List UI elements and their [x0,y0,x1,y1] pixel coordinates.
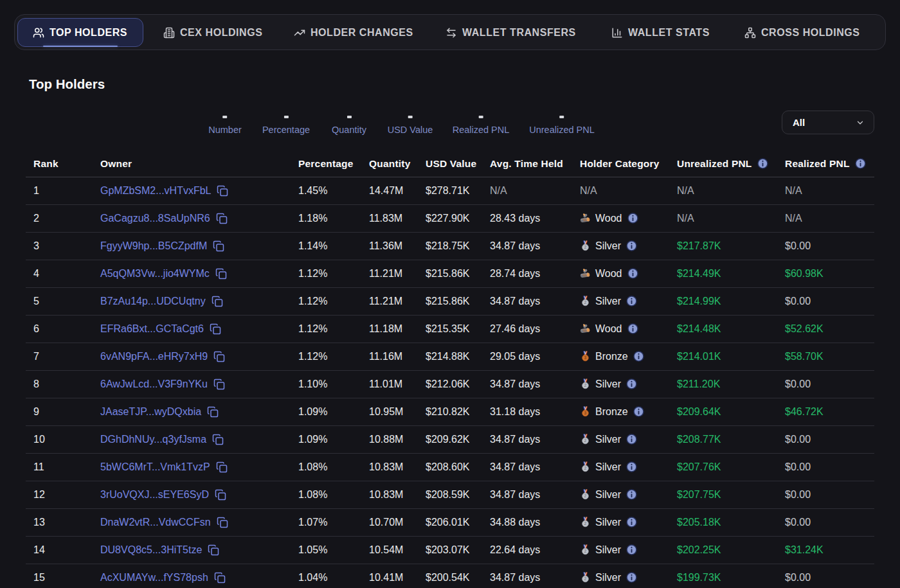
svg-text:2: 2 [584,576,587,581]
svg-text:2: 2 [584,383,587,388]
svg-text:2: 2 [584,300,587,305]
svg-text:2: 2 [584,245,587,249]
svg-text:2: 2 [584,438,587,443]
svg-text:2: 2 [584,494,587,498]
svg-text:2: 2 [584,521,587,526]
svg-text:2: 2 [584,466,587,470]
svg-text:3: 3 [584,411,587,415]
svg-text:2: 2 [584,549,587,553]
svg-text:3: 3 [584,355,587,360]
